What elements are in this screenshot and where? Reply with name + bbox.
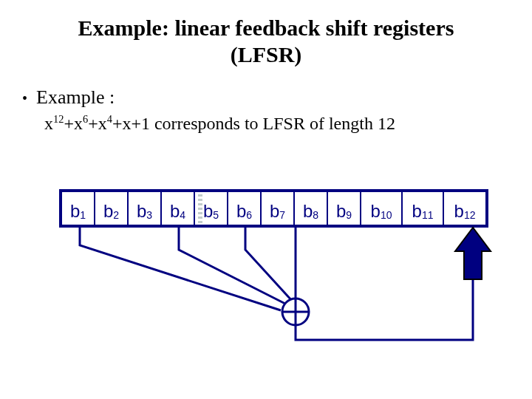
tap-lines [80, 228, 296, 310]
bullet-row: • Example : [22, 86, 532, 109]
title-line-1: Example: linear feedback shift registers [78, 16, 454, 40]
xor-node [282, 299, 309, 325]
lfsr-diagram: b1b2b3b4b5b6b7b8b9b10b11b12 [0, 192, 532, 399]
feedback-bus [296, 279, 473, 340]
register-hatch [198, 194, 202, 223]
bullet-dot: • [22, 91, 27, 106]
bullet-text: Example : [36, 86, 115, 109]
title-line-2: (LFSR) [231, 42, 302, 66]
diagram-svg [0, 192, 532, 399]
polynomial-line: x12+x6+x4+x+1 corresponds to LFSR of len… [44, 113, 532, 134]
input-arrow [455, 228, 491, 279]
slide-title: Example: linear feedback shift registers… [0, 15, 532, 68]
